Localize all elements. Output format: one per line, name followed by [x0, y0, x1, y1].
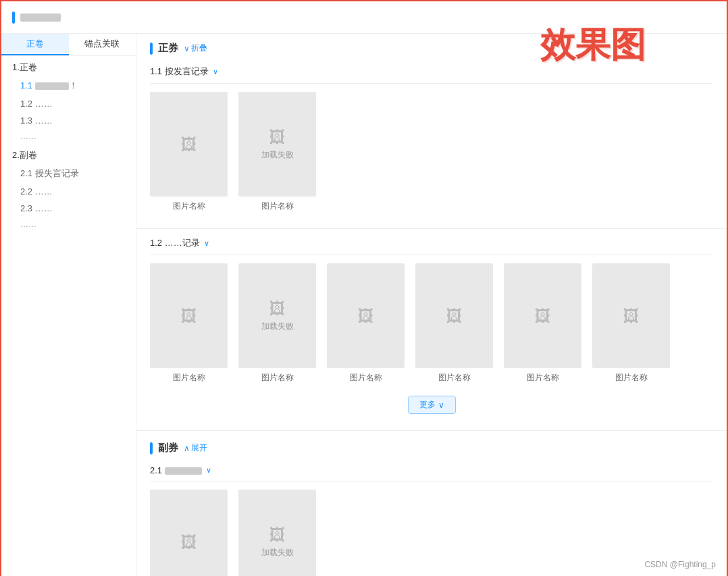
image-name: 图片名称: [173, 372, 205, 384]
image-fail-icon: 🖼: [269, 299, 286, 318]
image-placeholder-icon: 🖼: [358, 307, 374, 325]
sidebar-item-2-1[interactable]: 2.1 授失言记录: [1, 164, 136, 183]
image-item[interactable]: 🖼 加载失败 图片名称: [238, 490, 316, 576]
image-grid-1-1: 🖼 图片名称 🖼 加载失败 图片名称: [150, 92, 713, 220]
expand-arrow-2: ∧: [184, 444, 190, 453]
section-title-2: 副券: [158, 442, 178, 454]
image-item[interactable]: 🖼 图片名称: [327, 263, 405, 384]
sidebar-section-zhengquan: 1.正卷: [1, 56, 136, 76]
layout: 正卷 锚点关联 1.正卷 1.1 ！ 1.2 …… 1.3 …… …… 2.副卷…: [1, 34, 727, 576]
sidebar-item-2-3[interactable]: 2.3 ……: [1, 200, 136, 217]
image-placeholder-icon: 🖼: [181, 533, 197, 552]
load-fail-text: 加载失败: [261, 149, 294, 161]
subsection-header-1-1: 1.1 按发言记录 ∨: [150, 66, 713, 84]
image-placeholder-icon: 🖼: [623, 307, 640, 325]
image-box-fail: 🖼 加载失败: [238, 263, 316, 368]
section-expand-btn-2[interactable]: ∧ 展开: [184, 442, 207, 454]
image-grid-1-2: 🖼 图片名称 🖼 加载失败 图片名称 🖼 图: [150, 263, 713, 392]
more-btn-container: 更多 ∨: [150, 392, 713, 422]
subsection-title-2-1-censored: [165, 467, 202, 475]
subsection-2-1: 2.1 ∨ 🖼 图片名称 🖼 加载失败 图片名称: [136, 460, 727, 576]
more-arrow-icon: ∨: [438, 400, 444, 410]
section-bar-2: [150, 442, 153, 454]
load-fail-text: 加载失败: [261, 321, 294, 332]
more-button[interactable]: 更多 ∨: [408, 396, 456, 414]
subsection-title-1-1: 1.1 按发言记录: [150, 66, 209, 78]
image-name: 图片名称: [261, 201, 294, 212]
divider-2: [136, 430, 727, 431]
image-placeholder-icon: 🖼: [446, 307, 463, 325]
expand-label-2: 展开: [191, 442, 207, 454]
section-header-fuquan: 副券 ∧ 展开: [136, 434, 727, 460]
image-fail-icon: 🖼: [269, 525, 286, 544]
image-item[interactable]: 🖼 图片名称: [150, 490, 228, 576]
sidebar-dots-1: ……: [1, 129, 136, 144]
sidebar-item-1-2[interactable]: 1.2 ……: [1, 95, 136, 112]
image-name: 图片名称: [261, 372, 294, 384]
image-name: 图片名称: [350, 372, 382, 384]
image-item[interactable]: 🖼 加载失败 图片名称: [238, 92, 316, 212]
sidebar-item-1-1-text: [35, 82, 69, 90]
image-box-fail: 🖼 加载失败: [238, 92, 316, 197]
image-box: 🖼: [150, 92, 228, 197]
load-fail-text: 加载失败: [261, 547, 294, 558]
image-placeholder-icon: 🖼: [181, 135, 197, 154]
section-title-1: 正券: [158, 42, 178, 55]
sidebar-item-1-3[interactable]: 1.3 ……: [1, 112, 136, 129]
divider-1: [136, 228, 727, 229]
header: [1, 1, 727, 34]
sidebar-item-2-2[interactable]: 2.2 ……: [1, 183, 136, 200]
section-collapse-btn-1[interactable]: ∨ 折叠: [184, 43, 207, 54]
subsection-1-1: 1.1 按发言记录 ∨ 🖼 图片名称 🖼 加载失败 图片名称: [136, 60, 727, 226]
image-name: 图片名称: [438, 372, 471, 384]
main-content: 正券 ∨ 折叠 1.1 按发言记录 ∨ 🖼 图片名称: [136, 34, 727, 576]
tab-maodian[interactable]: 锚点关联: [69, 34, 136, 55]
image-box: 🖼: [327, 263, 405, 368]
image-box: 🖼: [150, 263, 228, 368]
image-name: 图片名称: [615, 372, 648, 384]
header-bar: [12, 11, 15, 24]
sidebar-dots-2: ……: [1, 217, 136, 232]
subsection-header-1-2: 1.2 ……记录 ∨: [150, 237, 713, 255]
image-placeholder-icon: 🖼: [181, 307, 197, 325]
subsection-1-2: 1.2 ……记录 ∨ 🖼 图片名称 🖼 加载失败 图片名称: [136, 232, 727, 427]
image-item[interactable]: 🖼 加载失败 图片名称: [238, 263, 316, 384]
image-item[interactable]: 🖼 图片名称: [150, 92, 228, 212]
collapse-label-1: 折叠: [191, 43, 207, 54]
image-box-fail: 🖼 加载失败: [238, 490, 316, 576]
sidebar-section-fuquan: 2.副卷: [1, 144, 136, 164]
image-box: 🖼: [592, 263, 670, 368]
section-bar-1: [150, 43, 153, 55]
subsection-title-2-1: 2.1: [150, 465, 202, 475]
collapse-arrow-1: ∨: [184, 44, 190, 53]
header-title-censored: [20, 14, 61, 22]
sidebar-tabs: 正卷 锚点关联: [1, 34, 136, 56]
image-item[interactable]: 🖼 图片名称: [504, 263, 581, 384]
image-box: 🖼: [504, 263, 581, 368]
tab-zhengquan[interactable]: 正卷: [1, 34, 69, 55]
footer-watermark: CSDN @Fighting_p: [644, 560, 716, 569]
image-name: 图片名称: [173, 201, 205, 212]
image-placeholder-icon: 🖼: [535, 307, 551, 325]
image-item[interactable]: 🖼 图片名称: [150, 263, 228, 384]
subsection-arrow-2-1[interactable]: ∨: [206, 466, 211, 475]
image-fail-icon: 🖼: [269, 128, 286, 147]
subsection-arrow-1-1[interactable]: ∨: [213, 68, 218, 76]
image-item[interactable]: 🖼 图片名称: [592, 263, 670, 384]
sidebar-item-1-1[interactable]: 1.1 ！: [1, 76, 136, 95]
section-header-zhengquan: 正券 ∨ 折叠: [136, 34, 727, 60]
image-box: 🖼: [415, 263, 493, 368]
image-name: 图片名称: [527, 372, 559, 384]
image-box: 🖼: [150, 490, 228, 576]
subsection-title-1-2: 1.2 ……记录: [150, 237, 200, 249]
image-item[interactable]: 🖼 图片名称: [415, 263, 493, 384]
sidebar: 正卷 锚点关联 1.正卷 1.1 ！ 1.2 …… 1.3 …… …… 2.副卷…: [1, 34, 136, 576]
subsection-arrow-1-2[interactable]: ∨: [204, 239, 209, 248]
subsection-header-2-1: 2.1 ∨: [150, 465, 713, 481]
image-grid-2-1: 🖼 图片名称 🖼 加载失败 图片名称: [150, 490, 713, 576]
more-label: 更多: [419, 399, 436, 411]
